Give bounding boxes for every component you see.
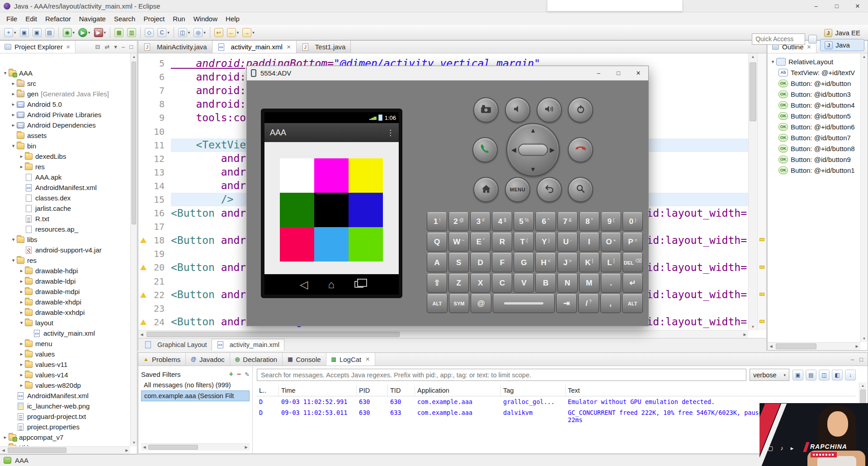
avd-manager-button[interactable]: ▥ [126, 27, 137, 38]
perspective-java-ee[interactable]: JJava EE [820, 27, 864, 39]
minimize-view-icon[interactable]: – [122, 43, 125, 50]
view-tab-logcat[interactable]: ▧LogCat✕ [326, 353, 376, 366]
tree-item-android-dependencies[interactable]: ▸Android Dependencies [0, 120, 130, 130]
expand-arrow-icon[interactable]: ▸ [10, 91, 17, 97]
expand-arrow-icon[interactable]: ▸ [18, 351, 25, 357]
outline-item-button-id-button7[interactable]: OKButton: @id/button7 [769, 132, 860, 143]
maximize-window-button[interactable]: □ [826, 0, 847, 12]
key-key[interactable]: , [600, 294, 621, 313]
dpad-center-button[interactable] [518, 144, 548, 156]
explorer-horizontal-scrollbar[interactable]: ◀ ▶ [0, 446, 130, 454]
tree-item-project-properties[interactable]: project.properties [0, 422, 130, 432]
scrollbar-thumb[interactable] [776, 343, 816, 349]
view-tab-problems[interactable]: ▲Problems [138, 353, 186, 366]
column-header-application[interactable]: Application [415, 385, 501, 396]
expand-arrow-icon[interactable]: ▸ [18, 164, 25, 170]
emulator-close-button[interactable]: ✕ [628, 66, 648, 80]
key-b[interactable]: B [535, 274, 556, 293]
expand-arrow-icon[interactable]: ▸ [18, 361, 25, 367]
key-9[interactable]: 9( [601, 212, 621, 231]
quick-access-input[interactable] [752, 33, 805, 45]
key-z[interactable]: Z [448, 274, 469, 293]
dpad-up-icon[interactable]: ▲ [530, 127, 536, 133]
tree-item-drawable-xxhdpi[interactable]: ▸drawable-xxhdpi [0, 307, 130, 318]
view-menu-icon[interactable]: ▾ [114, 43, 117, 50]
coverage-button[interactable]: ▶▾ [93, 27, 108, 38]
nav-home-icon[interactable]: ⌂ [328, 279, 335, 290]
tree-item-dexedlibs[interactable]: ▸dexedLibs [0, 151, 130, 162]
close-view-icon[interactable]: ✕ [66, 44, 71, 50]
back-button[interactable] [537, 177, 562, 202]
view-tab-declaration[interactable]: ◎Declaration [230, 353, 283, 366]
filter-item-com-example-aaa-session-filt[interactable]: com.example.aaa (Session Filt [141, 390, 250, 401]
display-filters-icon[interactable]: ◫ [819, 370, 830, 380]
color-cell[interactable] [349, 158, 383, 193]
tree-item-androidmanifest-xml[interactable]: AndroidManifest.xml [0, 182, 130, 193]
last-edit-location-button[interactable]: ↩ [213, 27, 225, 38]
color-cell[interactable] [280, 193, 314, 227]
search-button[interactable] [568, 177, 593, 202]
tree-item-jarlist-cache[interactable]: jarlist.cache [0, 203, 130, 214]
export-log-icon[interactable]: ▤ [806, 370, 816, 380]
key-r[interactable]: R [492, 233, 512, 252]
key-f[interactable]: F [492, 253, 512, 272]
key-x[interactable]: X [470, 274, 491, 293]
menu-refactor[interactable]: Refactor [41, 13, 75, 24]
key-sym[interactable]: SYM [449, 294, 470, 313]
project-explorer-tab[interactable]: Project Explorer ✕ [0, 41, 75, 53]
save-log-icon[interactable]: ▣ [793, 370, 803, 380]
key-key[interactable]: /? [578, 294, 599, 313]
scrollbar-thumb[interactable] [148, 445, 198, 450]
outline-item-button-id-button5[interactable]: OKButton: @id/button5 [769, 110, 860, 121]
close-window-button[interactable]: ✕ [847, 0, 868, 12]
expand-arrow-icon[interactable]: ▸ [18, 299, 25, 305]
key-u[interactable]: U- [557, 233, 578, 252]
color-cell[interactable] [280, 158, 314, 193]
minimize-window-button[interactable]: – [806, 0, 826, 12]
key-y[interactable]: Y} [535, 233, 556, 252]
dpad-right-icon[interactable]: ▶ [550, 147, 555, 153]
key-7[interactable]: 7& [557, 212, 578, 231]
android-sdk-manager-button[interactable]: ▦ [113, 27, 125, 38]
menu-project[interactable]: Project [139, 13, 169, 24]
tree-item-values[interactable]: ▸values [0, 349, 130, 359]
view-tab-console[interactable]: ▦Console [283, 353, 326, 366]
filter-item-all-messages-no-filters-999[interactable]: All messages (no filters) (999) [141, 380, 250, 390]
key-n[interactable]: N [557, 274, 578, 293]
key-del[interactable]: DEL⌫ [623, 253, 643, 272]
menu-help[interactable]: Help [222, 13, 244, 24]
tree-item-res[interactable]: ▸res [0, 162, 130, 172]
key-m[interactable]: M [579, 274, 599, 293]
log-level-dropdown[interactable]: verbose ▾ [750, 369, 789, 381]
key-alt[interactable]: ALT [622, 294, 643, 313]
emulator-minimize-button[interactable]: – [589, 66, 609, 80]
key-1[interactable]: 1! [427, 212, 447, 231]
page-tab-graphical-layout[interactable]: Graphical Layout [140, 339, 212, 351]
key-g[interactable]: G [514, 253, 534, 272]
column-header-tid[interactable]: TID [388, 385, 415, 396]
key-key[interactable]: @ [471, 294, 491, 313]
forward-button[interactable]: →▾ [241, 27, 256, 38]
expand-arrow-icon[interactable]: ▸ [18, 278, 25, 284]
outline-item-button-id-button9[interactable]: OKButton: @id/button9 [769, 154, 860, 165]
column-header-text[interactable]: Text [566, 385, 856, 396]
expand-arrow-icon[interactable]: ▸ [10, 101, 17, 107]
camera-button[interactable] [473, 97, 499, 123]
menu-search[interactable]: Search [110, 13, 140, 24]
search-button[interactable]: ◎▾ [192, 27, 207, 38]
menu-edit[interactable]: Edit [21, 13, 41, 24]
outline-horizontal-scrollbar[interactable]: ◀ ▶ [768, 342, 860, 350]
color-cell[interactable] [314, 158, 349, 193]
scrollbar-thumb[interactable] [146, 332, 400, 337]
minimize-view-icon[interactable]: – [851, 356, 854, 363]
color-cell[interactable] [280, 227, 314, 262]
run-button[interactable]: ▶▾ [77, 27, 92, 38]
outline-item-relativelayout[interactable]: ▾RelativeLayout [769, 56, 860, 67]
tree-item-kkk[interactable]: ▸Kkk [0, 442, 130, 446]
dpad-left-icon[interactable]: ◀ [511, 147, 516, 153]
warning-marker-icon[interactable] [138, 238, 148, 243]
new-java-class-button[interactable]: C▾ [156, 27, 171, 38]
remove-filter-icon[interactable]: − [237, 370, 241, 378]
outline-item-button-id-button[interactable]: OKButton: @+id/button [769, 78, 860, 89]
expand-arrow-icon[interactable]: ▸ [10, 122, 17, 128]
